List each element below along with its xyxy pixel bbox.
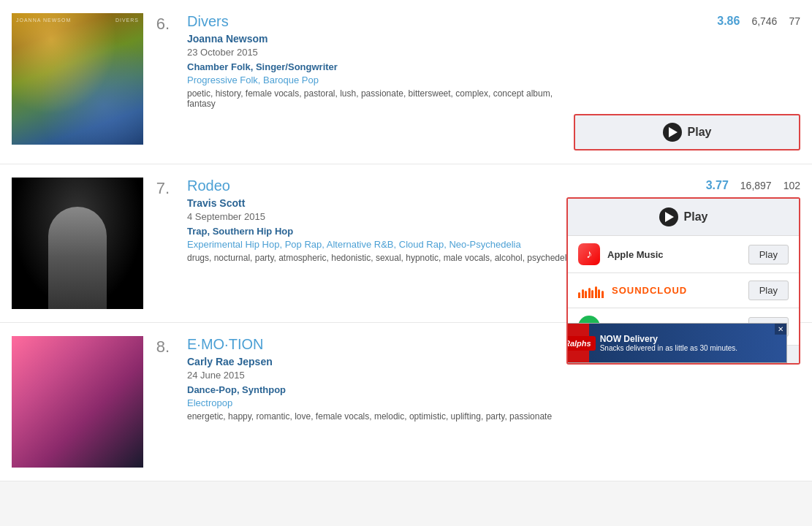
album-genres-secondary-8: Electropop: [187, 397, 790, 408]
album-row-6: JOANNA NEWSOM DIVERS 6. Divers Joanna Ne…: [0, 0, 812, 164]
apple-music-label: Apple Music: [607, 249, 664, 260]
album-title-6[interactable]: Divers: [187, 13, 564, 30]
play-popup: Play ♪ Apple Music Play: [566, 197, 800, 365]
album-genres-secondary-6: Progressive Folk, Baroque Pop: [187, 75, 564, 85]
stat-listeners-6: 6,746: [751, 15, 777, 27]
album-genres-primary-8: Dance-Pop, Synthpop: [187, 384, 790, 395]
stat-rating-7: 3.77: [706, 179, 729, 192]
stats-row-6: 3.86 6,746 77: [717, 15, 800, 28]
album-title-7[interactable]: Rodeo: [187, 178, 673, 194]
ralphs-logo: Ralphs: [566, 336, 596, 351]
album-stats-6: 3.86 6,746 77 Play: [574, 13, 800, 150]
popup-play-label: Play: [684, 210, 708, 224]
ad-close-button[interactable]: ✕: [775, 324, 786, 335]
service-row-apple: ♪ Apple Music Play: [568, 236, 799, 273]
album-cover-rodeo: [12, 178, 143, 309]
album-date-8: 24 June 2015: [187, 370, 790, 381]
album-tags-6: poetic, history, female vocals, pastoral…: [187, 88, 564, 109]
ad-text: NOW Delivery Snacks delivered in as litt…: [600, 334, 737, 352]
album-rank-7: 7.: [143, 178, 170, 198]
stat-listeners-7: 16,897: [740, 180, 772, 191]
album-cover-divers: JOANNA NEWSOM DIVERS: [12, 13, 143, 145]
album-rank-6: 6.: [143, 13, 170, 34]
apple-music-icon: ♪: [578, 243, 600, 265]
album-genres-primary-6: Chamber Folk, Singer/Songwriter: [187, 61, 564, 72]
stat-reviews-7: 102: [783, 180, 800, 191]
soundcloud-label: SOUNDCLOUD: [612, 285, 687, 296]
stat-reviews-6: 77: [789, 15, 800, 27]
service-row-soundcloud: SOUNDCLOUD Play: [568, 273, 799, 308]
album-rank-8: 8.: [143, 336, 170, 357]
play-icon-6: [663, 123, 682, 142]
album-date-6: 23 October 2015: [187, 47, 564, 58]
soundcloud-play-button[interactable]: Play: [748, 281, 789, 300]
ad-banner[interactable]: Ralphs NOW Delivery Snacks delivered in …: [566, 323, 787, 363]
popup-play-icon: [659, 207, 678, 226]
album-cover-emotion: [12, 336, 143, 468]
album-stats-7: 3.77 16,897 102: [683, 178, 800, 197]
stats-row-7: 3.77 16,897 102: [706, 179, 800, 192]
play-button-6[interactable]: Play: [574, 114, 800, 150]
album-info-6: Divers Joanna Newsom 23 October 2015 Cha…: [177, 13, 574, 109]
album-tags-8: energetic, happy, romantic, love, female…: [187, 411, 790, 422]
apple-music-play-button[interactable]: Play: [748, 245, 789, 264]
soundcloud-icon: [578, 283, 604, 298]
popup-header: Play: [568, 199, 799, 236]
stat-rating-6: 3.86: [717, 15, 740, 28]
main-container: JOANNA NEWSOM DIVERS 6. Divers Joanna Ne…: [0, 0, 812, 481]
album-artist-6[interactable]: Joanna Newsom: [187, 33, 564, 45]
